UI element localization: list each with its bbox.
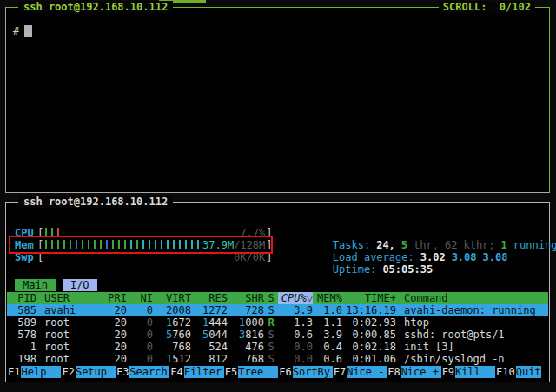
column-header-virt[interactable]: VIRT (153, 292, 191, 304)
fkey-label: Help (21, 366, 61, 378)
fkey-label: Nice - (347, 366, 387, 378)
column-header-command[interactable]: Command (396, 292, 548, 304)
terminal-screen: ssh root@192.168.10.112 SCROLL: 0/102 # … (0, 0, 556, 392)
fkey-key: F8 (387, 366, 400, 378)
fkey-key: F9 (441, 366, 455, 378)
meter-bar-segment (45, 240, 47, 249)
bracket: ] (266, 251, 272, 263)
process-table: 585 avahi 20 0 2008 1272 728 S 3.9 1.0 1… (7, 304, 548, 365)
column-header-shr[interactable]: SHR (228, 292, 264, 304)
fkey-key: F4 (169, 366, 183, 378)
fkey-label: Nice + (401, 366, 441, 378)
meter-bar-segment (57, 240, 59, 249)
meter-bar-segment (136, 240, 138, 249)
pane-title: ssh root@192.168.10.112 (18, 1, 173, 13)
swap-meter-label: Swp (15, 251, 37, 263)
column-header-cpu-sorted[interactable]: CPU%▽ (278, 292, 313, 304)
fkey-f9[interactable]: F9Kill (441, 366, 495, 378)
meter-bar-segment (130, 240, 132, 249)
meter-bar-segment (155, 240, 156, 249)
fkey-label: Tree (238, 366, 278, 378)
meter-bar-segment (142, 240, 144, 249)
text-cursor (24, 25, 32, 37)
meter-bar-segment (76, 240, 77, 249)
meter-bar-segment (70, 240, 71, 249)
column-header-pri[interactable]: PRI (103, 292, 127, 304)
ssh-htop-pane[interactable]: ssh root@192.168.10.112 CPU[7.7%] Mem[37… (5, 202, 550, 382)
shell-prompt: # (13, 25, 19, 37)
fkey-f5[interactable]: F5Tree (224, 366, 278, 378)
meter-bar-segment (124, 240, 126, 249)
fkey-label: Filter (184, 366, 224, 378)
swap-meter: Swp[0K/0K] (15, 251, 272, 263)
column-header-res[interactable]: RES (191, 292, 228, 304)
process-table-header: PID USER PRI NI VIRT RES SHR S CPU%▽ MEM… (7, 292, 548, 304)
meter-bar-segment (45, 228, 47, 237)
process-row[interactable]: 578 root 20 0 5760 5044 3816 S 0.6 3.9 0… (7, 329, 548, 341)
fkey-label: Quit (516, 366, 541, 378)
fkey-label: Search (129, 366, 169, 378)
cpu-meter-bar: 7.7% (43, 227, 266, 239)
meter-bar-segment (161, 240, 162, 249)
tasks-kthr-count: 62 (445, 239, 457, 251)
column-header-user[interactable]: USER (36, 292, 103, 304)
load-1m: 3.02 (420, 251, 446, 263)
mem-meter-label: Mem (15, 239, 37, 251)
ssh-shell-pane[interactable]: ssh root@192.168.10.112 SCROLL: 0/102 # (5, 7, 550, 193)
fkey-f6[interactable]: F6SortBy (278, 366, 332, 378)
column-header-ni[interactable]: NI (127, 292, 153, 304)
tab-main[interactable]: Main (15, 279, 56, 291)
meter-bar-segment (191, 240, 193, 249)
cpu-meter: CPU[7.7%] (15, 227, 272, 239)
uptime-label: Uptime: (333, 263, 377, 276)
tasks-label: Tasks: (333, 239, 370, 251)
column-header-pid[interactable]: PID (7, 292, 36, 304)
htop-tab-bar: Main I/O (15, 279, 97, 291)
meter-bar-segment (100, 240, 102, 249)
cpu-meter-label: CPU (15, 227, 37, 239)
htop-meters: CPU[7.7%] Mem[37.9M/128M] Swp[0K/0K] (15, 227, 272, 263)
process-row-selected[interactable]: 585 avahi 20 0 2008 1272 728 S 3.9 1.0 1… (7, 304, 548, 316)
fkey-f3[interactable]: F3Search (116, 366, 169, 378)
fkey-f1[interactable]: F1Help (7, 366, 61, 378)
process-row[interactable]: 589 root 20 0 1672 1444 1000 R 1.3 1.1 0… (7, 316, 548, 329)
fkey-f2[interactable]: F2Setup (61, 366, 115, 378)
fkey-label: Kill (455, 366, 495, 378)
tasks-total: 24, (376, 239, 395, 251)
bracket: [ (37, 239, 43, 251)
fkey-key: F10 (495, 366, 516, 378)
meter-bar-segment (149, 240, 150, 249)
tasks-thr-label: thr, (414, 239, 439, 251)
column-header-time[interactable]: TIME+ (342, 292, 396, 304)
scroll-indicator: SCROLL: 0/102 (439, 1, 535, 13)
meter-bar-segment (88, 240, 89, 249)
mem-total: /128M (234, 239, 265, 251)
fkey-key: F5 (224, 366, 238, 378)
meter-bar-segment (57, 228, 59, 237)
bracket: ] (266, 227, 272, 239)
fkey-f8[interactable]: F8Nice + (387, 366, 440, 378)
fkey-key: F6 (278, 366, 292, 378)
column-header-state[interactable]: S (264, 292, 278, 304)
swap-meter-value: 0K/0K (234, 251, 265, 263)
meter-bar-segment (167, 240, 169, 249)
fkey-label: Setup (76, 366, 116, 378)
tasks-kthr-label: kthr; (463, 239, 494, 251)
fkey-f4[interactable]: F4Filter (169, 366, 223, 378)
mem-meter-bar: 37.9M/128M (43, 239, 266, 251)
meter-bar-segment (82, 240, 83, 249)
meter-bar-segment (51, 240, 53, 249)
process-row[interactable]: 198 root 20 0 1512 812 768 S 0.0 0.6 0:0… (7, 353, 548, 365)
tab-io[interactable]: I/O (63, 279, 97, 291)
load-15m: 3.08 (483, 251, 508, 263)
sort-descending-icon: ▽ (307, 292, 313, 304)
process-row[interactable]: 1 root 20 0 768 524 476 S 0.0 0.4 0:02.1… (7, 341, 548, 353)
fkey-f10[interactable]: F10Quit (495, 366, 541, 378)
tasks-line: Tasks:24,5thr,62kthr;1running (282, 227, 556, 239)
cpu-meter-value: 7.7% (240, 227, 265, 239)
tasks-running-label: running (513, 239, 556, 251)
column-header-mem[interactable]: MEM% (313, 292, 342, 304)
tasks-running-count: 1 (501, 239, 507, 251)
fkey-f7[interactable]: F7Nice - (333, 366, 387, 378)
fkey-key: F7 (333, 366, 347, 378)
